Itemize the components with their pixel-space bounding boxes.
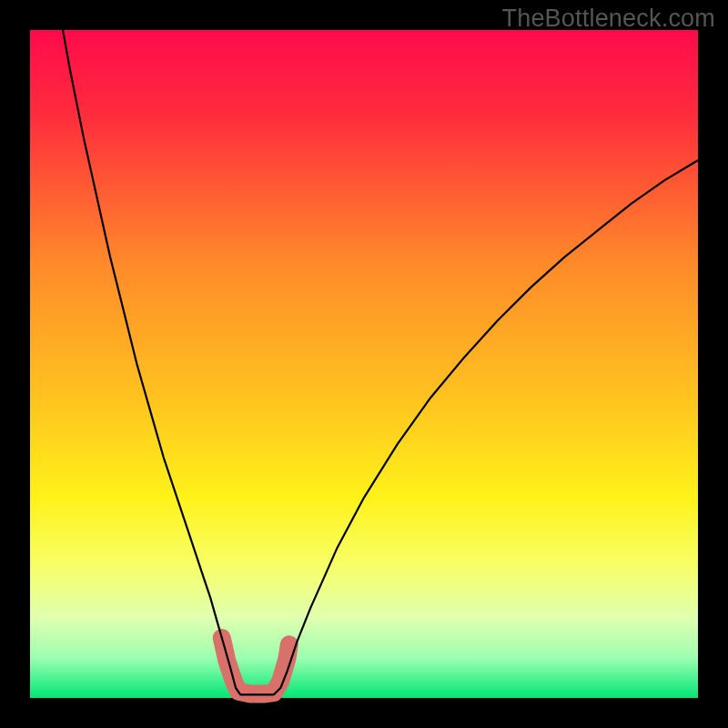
svg-rect-1 (30, 30, 698, 698)
watermark-label: TheBottleneck.com (501, 5, 715, 33)
chart-svg (0, 0, 728, 728)
bottleneck-chart (0, 0, 728, 728)
